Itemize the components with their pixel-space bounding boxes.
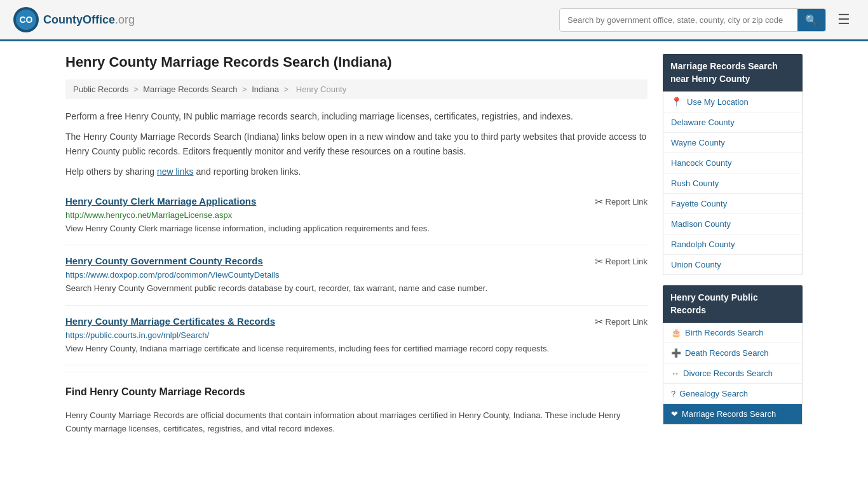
- logo-icon: CO: [13, 6, 39, 33]
- results-list: Henry County Clerk Marriage Applications…: [65, 186, 648, 366]
- logo-text: CountyOffice.org: [43, 13, 135, 27]
- breadcrumb: Public Records > Marriage Records Search…: [65, 79, 648, 99]
- union-link[interactable]: Union County: [671, 260, 721, 269]
- menu-icon: ☰: [837, 11, 850, 27]
- death-records-link[interactable]: Death Records Search: [685, 348, 769, 358]
- find-section-title: Find Henry County Marriage Records: [65, 379, 648, 403]
- public-records-list: 🎂 Birth Records Search ➕ Death Records S…: [663, 323, 803, 425]
- report-icon-3: ✂: [595, 316, 603, 328]
- nearby-section: Marriage Records Search near Henry Count…: [663, 54, 803, 275]
- randolph-link[interactable]: Randolph County: [671, 240, 735, 249]
- location-icon: 📍: [671, 97, 682, 107]
- use-location-item[interactable]: 📍 Use My Location: [663, 92, 802, 112]
- nearby-header: Marriage Records Search near Henry Count…: [663, 54, 803, 92]
- result-desc-2: Search Henry County Government public re…: [65, 282, 648, 295]
- description-3: Help others by sharing new links and rep…: [65, 165, 648, 179]
- header-right: 🔍 ☰: [559, 8, 855, 32]
- search-icon: 🔍: [805, 15, 818, 25]
- nearby-madison[interactable]: Madison County: [663, 214, 802, 234]
- new-links-link[interactable]: new links: [157, 166, 194, 177]
- public-records-header: Henry County Public Records: [663, 285, 803, 323]
- marriage-records-link[interactable]: Marriage Records Search: [682, 409, 776, 419]
- marriage-icon: ❤: [671, 409, 678, 419]
- result-title-1[interactable]: Henry County Clerk Marriage Applications: [65, 196, 256, 207]
- description-3-pre: Help others by sharing: [65, 166, 157, 177]
- result-desc-3: View Henry County, Indiana marriage cert…: [65, 342, 648, 355]
- nearby-randolph[interactable]: Randolph County: [663, 234, 802, 255]
- genealogy-link[interactable]: Genealogy Search: [679, 389, 748, 398]
- sidebar: Marriage Records Search near Henry Count…: [663, 54, 803, 436]
- breadcrumb-henry-county: Henry County: [296, 85, 346, 94]
- report-link-1[interactable]: ✂ Report Link: [595, 196, 648, 208]
- report-label-3: Report Link: [606, 317, 648, 327]
- report-icon-2: ✂: [595, 255, 603, 268]
- search-input[interactable]: [560, 10, 797, 30]
- report-link-3[interactable]: ✂ Report Link: [595, 316, 648, 328]
- content-area: Henry County Marriage Records Search (In…: [65, 54, 648, 436]
- birth-records-link[interactable]: Birth Records Search: [685, 328, 764, 337]
- result-url-1: http://www.henryco.net/MarriageLicense.a…: [65, 210, 648, 220]
- birth-icon: 🎂: [671, 328, 681, 337]
- public-records-section: Henry County Public Records 🎂 Birth Reco…: [663, 285, 803, 425]
- genealogy-icon: ?: [671, 389, 675, 398]
- search-button[interactable]: 🔍: [797, 9, 825, 31]
- result-header-1: Henry County Clerk Marriage Applications…: [65, 196, 648, 208]
- divorce-records-link[interactable]: Divorce Records Search: [683, 369, 773, 378]
- report-link-2[interactable]: ✂ Report Link: [595, 255, 648, 268]
- hancock-link[interactable]: Hancock County: [671, 158, 731, 168]
- find-section: Find Henry County Marriage Records Henry…: [65, 372, 648, 436]
- logo-area: CO CountyOffice.org: [13, 6, 135, 33]
- result-item-1: Henry County Clerk Marriage Applications…: [65, 186, 648, 246]
- death-records-item[interactable]: ➕ Death Records Search: [663, 343, 802, 363]
- nearby-rush[interactable]: Rush County: [663, 173, 802, 194]
- result-url-2: https://www.doxpop.com/prod/common/ViewC…: [65, 270, 648, 280]
- main-container: Henry County Marriage Records Search (In…: [53, 41, 815, 449]
- result-header-3: Henry County Marriage Certificates & Rec…: [65, 316, 648, 328]
- nearby-fayette[interactable]: Fayette County: [663, 194, 802, 214]
- rush-link[interactable]: Rush County: [671, 179, 719, 188]
- marriage-records-item[interactable]: ❤ Marriage Records Search: [663, 404, 802, 424]
- delaware-link[interactable]: Delaware County: [671, 118, 735, 127]
- result-item-2: Henry County Government County Records ✂…: [65, 245, 648, 306]
- nearby-list: 📍 Use My Location Delaware County Wayne …: [663, 92, 803, 275]
- wayne-link[interactable]: Wayne County: [671, 138, 725, 147]
- nearby-hancock[interactable]: Hancock County: [663, 153, 802, 173]
- nearby-wayne[interactable]: Wayne County: [663, 133, 802, 153]
- result-title-3[interactable]: Henry County Marriage Certificates & Rec…: [65, 316, 275, 327]
- nearby-delaware[interactable]: Delaware County: [663, 112, 802, 133]
- madison-link[interactable]: Madison County: [671, 219, 731, 229]
- divorce-icon: ↔: [671, 369, 679, 378]
- fayette-link[interactable]: Fayette County: [671, 199, 727, 208]
- birth-records-item[interactable]: 🎂 Birth Records Search: [663, 323, 802, 343]
- description-1: Perform a free Henry County, IN public m…: [65, 109, 648, 123]
- divorce-records-item[interactable]: ↔ Divorce Records Search: [663, 363, 802, 384]
- breadcrumb-public-records[interactable]: Public Records: [73, 85, 128, 94]
- header: CO CountyOffice.org 🔍 ☰: [0, 0, 868, 41]
- genealogy-item[interactable]: ? Genealogy Search: [663, 384, 802, 404]
- find-section-desc: Henry County Marriage Records are offici…: [65, 409, 648, 436]
- result-header-2: Henry County Government County Records ✂…: [65, 255, 648, 268]
- report-icon-1: ✂: [595, 196, 603, 208]
- result-desc-1: View Henry County Clerk marriage license…: [65, 222, 648, 235]
- breadcrumb-indiana[interactable]: Indiana: [252, 85, 279, 94]
- menu-button[interactable]: ☰: [832, 9, 855, 30]
- svg-text:CO: CO: [20, 15, 33, 25]
- description-2: The Henry County Marriage Records Search…: [65, 130, 648, 158]
- death-icon: ➕: [671, 348, 681, 358]
- nearby-union[interactable]: Union County: [663, 255, 802, 274]
- search-bar: 🔍: [559, 8, 826, 32]
- report-label-2: Report Link: [606, 257, 648, 266]
- description-3-post: and reporting broken links.: [194, 166, 301, 177]
- result-item-3: Henry County Marriage Certificates & Rec…: [65, 306, 648, 366]
- breadcrumb-marriage-records[interactable]: Marriage Records Search: [143, 85, 237, 94]
- result-title-2[interactable]: Henry County Government County Records: [65, 255, 263, 266]
- report-label-1: Report Link: [606, 197, 648, 207]
- use-location-link[interactable]: Use My Location: [687, 97, 749, 107]
- result-url-3: https://public.courts.in.gov/mlpl/Search…: [65, 330, 648, 340]
- page-title: Henry County Marriage Records Search (In…: [65, 54, 648, 71]
